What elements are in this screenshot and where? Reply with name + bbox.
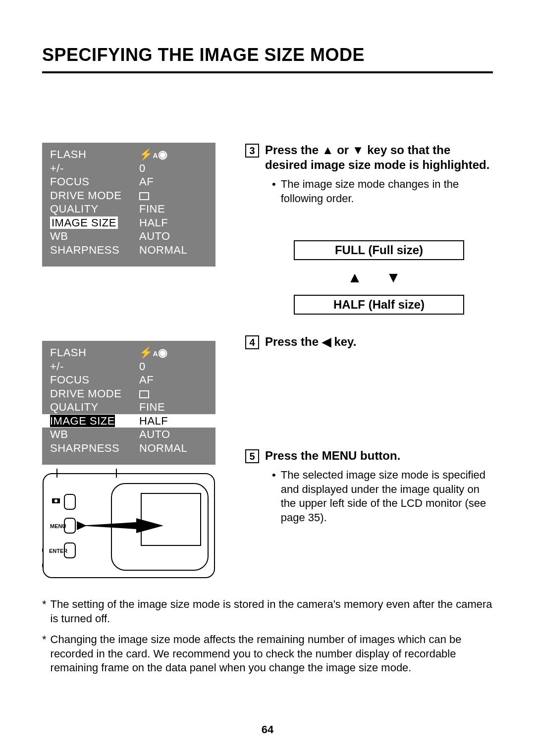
menu-label: WB [50,229,139,243]
step-number-box: 3 [245,144,259,158]
left-column: FLASH⚡A◉ +/-0 FOCUSAF DRIVE MODE QUALITY… [42,143,215,583]
menu-label: DRIVE MODE [50,387,139,401]
step-3: 3 Press the ▲ or ▼ key so that the desir… [245,143,493,172]
menu-label: QUALITY [50,202,139,216]
step-5-bullet: •The selected image size mode is specifi… [272,468,493,525]
lcd-menu-panel-2: FLASH⚡A◉ +/-0 FOCUSAF DRIVE MODE QUALITY… [42,341,215,465]
enter-button-label: ENTER [49,548,67,554]
step-number-box: 5 [245,449,259,463]
menu-label: DRIVE MODE [50,189,139,203]
footnotes: *The setting of the image size mode is s… [42,597,493,675]
content-columns: FLASH⚡A◉ +/-0 FOCUSAF DRIVE MODE QUALITY… [42,143,493,583]
menu-value: NORMAL [139,243,187,257]
menu-label: FOCUS [50,373,139,387]
step-text: Press the ◀ key. [265,334,356,349]
menu-value: HALF [139,216,168,230]
step-5: 5 Press the MENU button. [245,448,493,463]
svg-rect-5 [64,494,75,509]
menu-value: FINE [139,400,165,414]
page-number: 64 [0,723,535,736]
menu-label: +/- [50,360,139,374]
menu-value: 0 [139,162,146,175]
manual-page: SPECIFYING THE IMAGE SIZE MODE FLASH⚡A◉ … [0,0,535,756]
menu-label: +/- [50,162,139,175]
menu-value: AUTO [139,229,170,243]
menu-label: SHARPNESS [50,243,139,257]
footnote-text: The setting of the image size mode is st… [51,597,493,626]
menu-label: SHARPNESS [50,441,139,455]
page-title: SPECIFYING THE IMAGE SIZE MODE [42,45,493,65]
menu-label-highlighted: IMAGE SIZE [50,414,139,428]
menu-value: NORMAL [139,441,187,455]
menu-value: AF [139,373,154,387]
menu-label: WB [50,428,139,441]
svg-rect-4 [141,493,201,545]
menu-label: QUALITY [50,400,139,414]
flash-redeye-icon: ⚡A◉ [139,346,168,360]
title-rule [42,71,493,73]
camera-back-diagram: MENU ENTER [42,469,215,583]
square-icon [139,189,149,203]
step-text: Press the MENU button. [265,448,400,463]
menu-label: FOCUS [50,175,139,189]
step-3-bullet: •The image size mode changes in the foll… [272,177,493,206]
menu-value: AUTO [139,428,170,441]
right-column: 3 Press the ▲ or ▼ key so that the desir… [245,143,493,583]
half-size-box: HALF (Half size) [294,295,464,315]
up-down-arrows-icon: ▲ ▼ [265,269,493,286]
full-size-box: FULL (Full size) [294,240,464,260]
svg-marker-10 [79,518,163,533]
flash-redeye-icon: ⚡A◉ [139,148,168,162]
menu-value: 0 [139,360,146,374]
left-block-2: FLASH⚡A◉ +/-0 FOCUSAF DRIVE MODE QUALITY… [42,341,215,583]
menu-value: FINE [139,202,165,216]
footnote-text: Changing the image size mode affects the… [51,633,493,675]
menu-button-label: MENU [50,523,66,529]
step-number-box: 4 [245,335,259,349]
square-icon [139,387,149,401]
menu-label: FLASH [50,148,139,162]
menu-label: FLASH [50,346,139,360]
size-order-diagram: FULL (Full size) ▲ ▼ HALF (Half size) [265,240,493,315]
svg-point-9 [54,499,57,502]
menu-value: HALF [139,414,168,428]
svg-marker-11 [77,521,87,530]
lcd-menu-panel-1: FLASH⚡A◉ +/-0 FOCUSAF DRIVE MODE QUALITY… [42,143,215,267]
menu-value: AF [139,175,154,189]
menu-label-highlighted: IMAGE SIZE [50,216,139,230]
step-text: Press the ▲ or ▼ key so that the desired… [265,143,493,172]
step-4: 4 Press the ◀ key. [245,334,493,349]
